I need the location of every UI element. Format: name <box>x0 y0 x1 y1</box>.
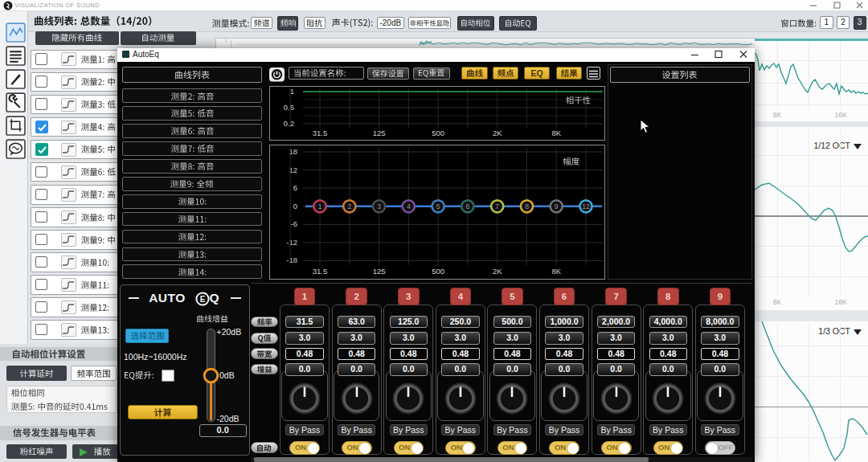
svg-text:2: 2 <box>347 202 351 211</box>
svg-text:12: 12 <box>582 202 590 211</box>
svg-text:8: 8 <box>525 202 529 211</box>
svg-text:6: 6 <box>466 202 470 211</box>
svg-text:E: E <box>200 294 206 303</box>
svg-text:3: 3 <box>377 202 381 211</box>
svg-text:9: 9 <box>555 202 559 211</box>
svg-text:4: 4 <box>407 202 411 211</box>
svg-text:5: 5 <box>436 202 440 211</box>
svg-text:1: 1 <box>318 202 322 211</box>
svg-text:7: 7 <box>495 202 499 211</box>
